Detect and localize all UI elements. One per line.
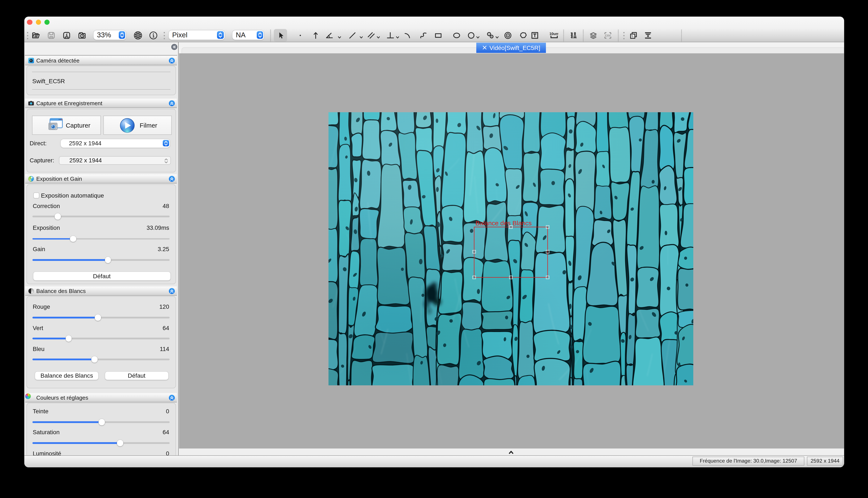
svg-text:CSV: CSV: [605, 34, 611, 37]
svg-text:10um: 10um: [550, 31, 558, 36]
svg-text:Balance des Blancs: Balance des Blancs: [475, 220, 532, 227]
